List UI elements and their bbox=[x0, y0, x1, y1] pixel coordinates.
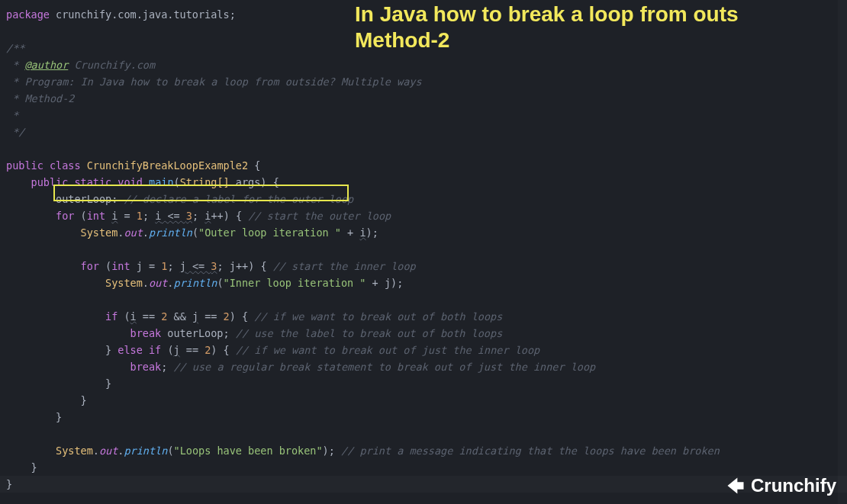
javadoc-method: * Method-2 bbox=[6, 92, 74, 104]
overlay-title: In Java how to break a loop from outs Me… bbox=[355, 2, 847, 53]
code-editor[interactable]: package crunchify.com.java.tutorials; /*… bbox=[6, 6, 847, 493]
javadoc-author-val: Crunchify.com bbox=[74, 59, 155, 71]
javadoc-program: * Program: In Java how to break a loop f… bbox=[6, 75, 422, 88]
package-name: crunchify.com.java.tutorials bbox=[56, 8, 230, 21]
javadoc-author-tag: @author bbox=[24, 59, 68, 71]
editor-scrollbar[interactable] bbox=[838, 0, 847, 504]
class-name: CrunchifyBreakLoopExample2 bbox=[87, 159, 248, 172]
method-main: main bbox=[149, 176, 174, 188]
javadoc-close: */ bbox=[6, 126, 24, 138]
overlay-title-line2: Method-2 bbox=[355, 27, 847, 53]
crunchify-logo-text: Crunchify bbox=[751, 477, 836, 494]
crunchify-logo-icon bbox=[725, 475, 746, 496]
crunchify-logo: Crunchify bbox=[725, 475, 836, 496]
javadoc-open: /** bbox=[6, 42, 24, 54]
keyword-package: package bbox=[6, 8, 50, 21]
label-outerLoop: outerLoop: bbox=[56, 193, 118, 205]
overlay-title-line1: In Java how to break a loop from outs bbox=[355, 2, 847, 27]
